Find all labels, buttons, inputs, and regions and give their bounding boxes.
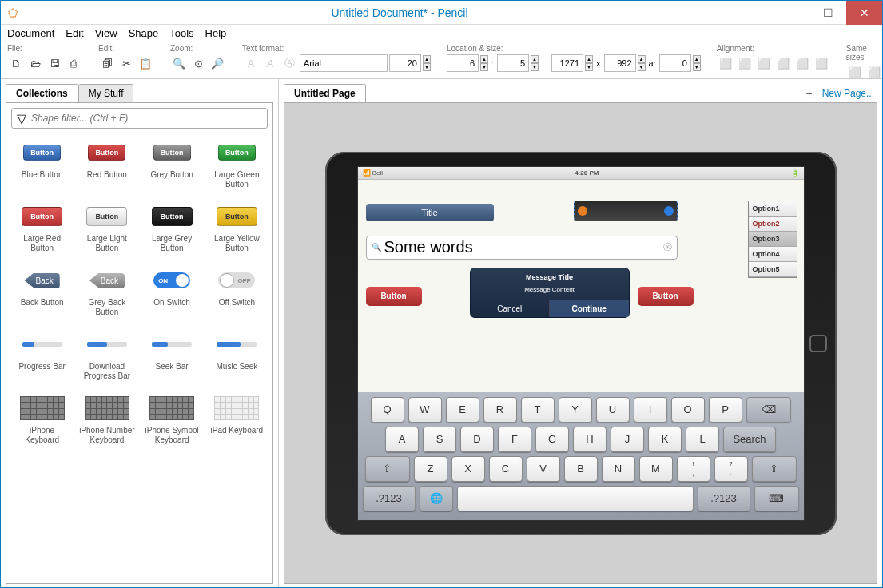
- shape-item[interactable]: iPhone Keyboard: [11, 389, 73, 450]
- key[interactable]: .?123: [363, 486, 416, 511]
- menu-view[interactable]: View: [95, 27, 117, 39]
- size-h-input[interactable]: [604, 54, 636, 72]
- shape-item[interactable]: ButtonLarge Red Button: [11, 197, 73, 258]
- key[interactable]: D: [460, 427, 494, 452]
- shape-item[interactable]: OFFOff Switch: [206, 261, 268, 322]
- key[interactable]: A: [385, 427, 419, 452]
- text-style-icon[interactable]: Ⓐ: [280, 54, 298, 72]
- seg-handle-right-icon[interactable]: [664, 206, 674, 216]
- shape-item[interactable]: ButtonBlue Button: [11, 133, 73, 194]
- key[interactable]: T: [521, 397, 555, 423]
- menu-shape[interactable]: Shape: [129, 27, 159, 39]
- key[interactable]: E: [446, 397, 479, 423]
- shape-item[interactable]: ButtonLarge Light Button: [76, 197, 137, 258]
- shape-item[interactable]: iPhone Symbol Keyboard: [141, 389, 203, 450]
- key[interactable]: B: [564, 456, 598, 482]
- align-right-icon[interactable]: ⬜: [755, 54, 773, 72]
- mock-text-field[interactable]: 🔍 Some words ⓧ: [366, 236, 678, 260]
- option-5[interactable]: Option5: [749, 262, 797, 277]
- shape-item[interactable]: Download Progress Bar: [76, 325, 137, 386]
- size-w-input[interactable]: [551, 54, 583, 72]
- key[interactable]: J: [611, 427, 644, 452]
- open-doc-icon[interactable]: 🗁: [26, 54, 44, 72]
- key[interactable]: P: [709, 397, 742, 423]
- shape-item[interactable]: ButtonLarge Grey Button: [141, 197, 203, 258]
- key[interactable]: ⇧: [365, 456, 410, 482]
- key[interactable]: I: [634, 397, 667, 423]
- key[interactable]: X: [451, 456, 485, 482]
- shape-item[interactable]: ButtonLarge Yellow Button: [206, 197, 268, 258]
- shape-item[interactable]: ButtonGrey Button: [141, 133, 203, 194]
- zoom-reset-icon[interactable]: ⊙: [189, 54, 207, 72]
- seg-handle-left-icon[interactable]: [578, 206, 587, 216]
- shape-filter[interactable]: ▽: [11, 108, 268, 129]
- message-cancel-button[interactable]: Cancel: [471, 300, 551, 317]
- key[interactable]: Z: [414, 456, 447, 482]
- key[interactable]: L: [686, 427, 719, 452]
- angle-input[interactable]: [659, 54, 691, 72]
- shape-item[interactable]: iPad Keyboard: [206, 389, 268, 450]
- menu-help[interactable]: Help: [205, 27, 227, 39]
- minimize-button[interactable]: —: [774, 1, 810, 25]
- mock-button-left[interactable]: Button: [366, 287, 422, 306]
- key[interactable]: ?.: [714, 456, 748, 482]
- new-doc-icon[interactable]: 🗋: [7, 54, 25, 72]
- key[interactable]: U: [596, 397, 630, 423]
- canvas[interactable]: 📶 Bell 4:20 PM 🔋 Title Option1 Option2: [284, 102, 877, 584]
- key[interactable]: Y: [559, 397, 592, 423]
- shape-item[interactable]: Music Seek: [206, 325, 268, 386]
- shape-item[interactable]: iPhone Number Keyboard: [76, 389, 137, 450]
- zoom-in-icon[interactable]: 🔎: [209, 54, 226, 72]
- mock-button-right[interactable]: Button: [638, 287, 694, 306]
- align-top-icon[interactable]: ⬜: [774, 54, 792, 72]
- key[interactable]: F: [498, 427, 531, 452]
- key[interactable]: K: [648, 427, 682, 452]
- option-1[interactable]: Option1: [749, 201, 797, 217]
- clear-icon[interactable]: ⓧ: [663, 241, 672, 253]
- close-button[interactable]: ✕: [846, 1, 882, 25]
- key[interactable]: Search: [723, 427, 776, 452]
- align-mid-icon[interactable]: ⬜: [794, 54, 811, 72]
- spacebar-key[interactable]: [457, 486, 694, 511]
- copy-icon[interactable]: 🗐: [98, 54, 116, 72]
- align-left-icon[interactable]: ⬜: [717, 54, 734, 72]
- menu-document[interactable]: Document: [7, 27, 54, 39]
- menu-tools[interactable]: Tools: [169, 27, 193, 39]
- key[interactable]: !,: [677, 456, 710, 482]
- message-continue-button[interactable]: Continue: [550, 300, 629, 317]
- font-size-down[interactable]: ▼: [423, 63, 431, 71]
- key[interactable]: O: [671, 397, 705, 423]
- align-bot-icon[interactable]: ⬜: [813, 54, 830, 72]
- option-3[interactable]: Option3: [749, 232, 797, 247]
- shape-item[interactable]: BackGrey Back Button: [76, 261, 137, 322]
- key[interactable]: C: [489, 456, 523, 482]
- shape-item[interactable]: Progress Bar: [11, 325, 73, 386]
- menu-edit[interactable]: Edit: [66, 27, 83, 39]
- key[interactable]: S: [423, 427, 456, 452]
- filter-input[interactable]: [31, 113, 262, 124]
- font-size-input[interactable]: [389, 54, 421, 72]
- tab-collections[interactable]: Collections: [6, 84, 78, 102]
- key[interactable]: M: [639, 456, 673, 482]
- same-h-icon[interactable]: ⬜: [865, 63, 883, 81]
- save-doc-icon[interactable]: 🖫: [46, 54, 63, 72]
- font-size-up[interactable]: ▲: [423, 55, 431, 63]
- paste-icon[interactable]: 📋: [137, 54, 154, 72]
- key[interactable]: G: [535, 427, 569, 452]
- shape-item[interactable]: ONOn Switch: [141, 261, 203, 322]
- key[interactable]: W: [408, 397, 442, 423]
- new-page-link[interactable]: New Page...: [819, 88, 877, 99]
- key[interactable]: R: [483, 397, 517, 423]
- shape-item[interactable]: ButtonLarge Green Button: [206, 133, 268, 194]
- loc-y-input[interactable]: [497, 54, 529, 72]
- key[interactable]: Q: [371, 397, 404, 423]
- mock-title-bar[interactable]: Title: [366, 204, 494, 221]
- mock-segmented-control[interactable]: [574, 201, 678, 221]
- font-select[interactable]: [300, 54, 388, 72]
- mock-option-list[interactable]: Option1 Option2 Option3 Option4 Option5: [748, 201, 797, 278]
- option-4[interactable]: Option4: [749, 247, 797, 262]
- text-color-icon[interactable]: A: [242, 54, 260, 72]
- option-2[interactable]: Option2: [749, 217, 797, 232]
- key[interactable]: 🌐: [420, 486, 453, 511]
- key[interactable]: ⇧: [752, 456, 797, 482]
